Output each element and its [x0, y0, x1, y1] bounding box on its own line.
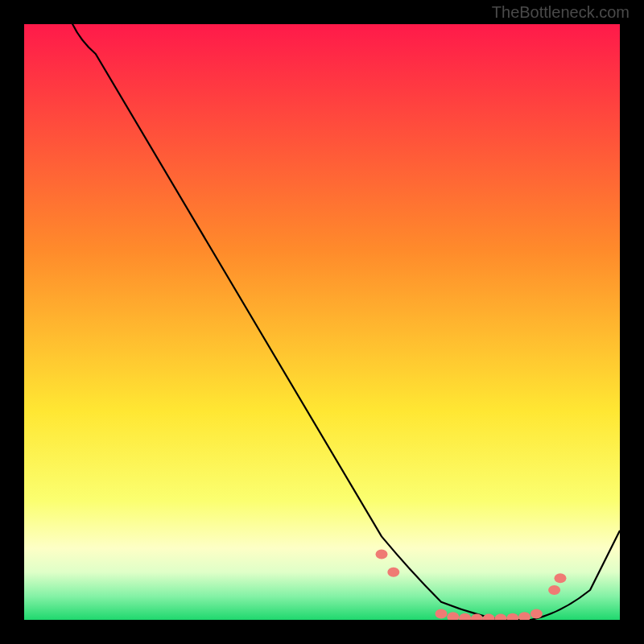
- marker-dot: [387, 568, 399, 577]
- marker-dot: [518, 612, 530, 620]
- marker-dot: [495, 614, 507, 620]
- marker-dot: [506, 613, 518, 620]
- bottleneck-curve: [72, 24, 620, 620]
- curve-layer: [24, 24, 620, 620]
- marker-dot: [555, 573, 567, 583]
- trough-markers: [376, 550, 567, 620]
- marker-dot: [548, 585, 560, 595]
- plot-area: [24, 24, 620, 620]
- attribution-text: TheBottleneck.com: [492, 3, 630, 22]
- marker-dot: [447, 612, 459, 620]
- marker-dot: [436, 609, 448, 619]
- chart-container: TheBottleneck.com: [0, 0, 644, 644]
- marker-dot: [376, 550, 388, 559]
- marker-dot: [483, 614, 495, 620]
- marker-dot: [530, 609, 543, 619]
- marker-dot: [459, 613, 471, 620]
